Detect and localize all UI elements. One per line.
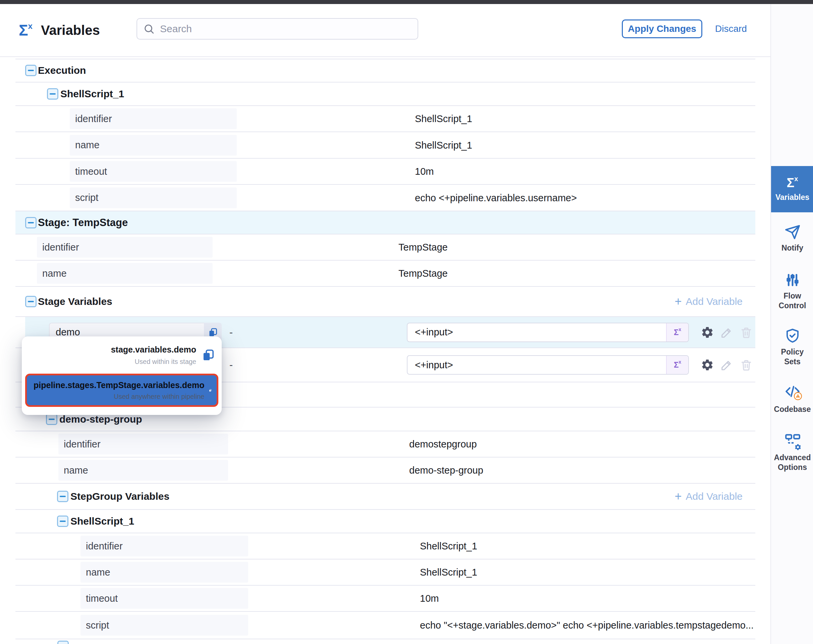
delete-button[interactable]: [739, 325, 753, 339]
field-label: identifier: [80, 536, 248, 557]
search-box[interactable]: [137, 18, 418, 40]
copy-icon[interactable]: [202, 348, 215, 362]
field-label-text: script: [86, 620, 109, 631]
field-label-text: identifier: [86, 541, 123, 552]
edit-button[interactable]: [720, 358, 734, 372]
variable-value-input[interactable]: <+input> Σx: [407, 323, 689, 342]
add-variable-button[interactable]: + Add Variable: [675, 491, 742, 503]
tree-row-shellscript-top: ShellScript_1: [15, 83, 755, 106]
page-title: Variables: [41, 23, 100, 38]
field-row: name ShellScript_1: [15, 132, 755, 159]
section-title: Stage Variables: [38, 296, 112, 307]
pencil-icon: [721, 326, 733, 339]
code-icon: [784, 383, 801, 401]
add-variable-label: Add Variable: [686, 491, 742, 502]
edit-button[interactable]: [720, 325, 734, 339]
sidebar-item-label: Advanced Options: [772, 453, 813, 472]
collapse-icon[interactable]: [46, 414, 57, 425]
search-icon: [143, 23, 155, 35]
sidebar-item-notify[interactable]: Notify: [771, 224, 813, 253]
delete-button[interactable]: [739, 358, 753, 372]
sidebar-item-policy-sets[interactable]: Policy Sets: [771, 328, 813, 366]
settings-button[interactable]: [700, 325, 715, 339]
field-label-text: identifier: [75, 113, 112, 124]
flowchart-gear-icon: [784, 433, 801, 449]
pencil-icon: [721, 359, 733, 371]
tree-row-shellscript-bottom: ShellScript_1: [15, 510, 755, 533]
copy-icon[interactable]: [209, 384, 212, 397]
right-sidebar: Σx Variables Notify Flow Control Policy …: [770, 4, 813, 644]
sidebar-item-codebase[interactable]: Codebase: [771, 383, 813, 414]
search-input[interactable]: [159, 23, 411, 35]
field-row: timeout 10m: [15, 159, 755, 185]
expression-path: stage.variables.demo: [111, 345, 196, 354]
shield-check-icon: [784, 328, 801, 344]
stage-header-label: Stage: TempStage: [38, 217, 128, 229]
settings-button[interactable]: [700, 358, 715, 372]
add-variable-button[interactable]: + Add Variable: [675, 296, 742, 308]
field-label: identifier: [70, 108, 237, 129]
variables-sigma-logo-icon: Σx: [19, 23, 32, 38]
expression-toggle-button[interactable]: Σx: [666, 324, 688, 342]
expression-toggle-button[interactable]: Σx: [666, 356, 688, 374]
tree-row-stage: Stage: TempStage: [15, 211, 755, 235]
field-label: timeout: [70, 161, 237, 182]
sidebar-item-variables[interactable]: Σx Variables: [771, 166, 813, 212]
copy-icon: [208, 327, 218, 337]
field-label-text: script: [75, 192, 98, 203]
collapse-icon[interactable]: [57, 515, 68, 527]
discard-button[interactable]: Discard: [715, 20, 747, 38]
field-row: identifier TempStage: [15, 235, 755, 261]
plus-icon: +: [675, 296, 681, 308]
expression-scope: Used anywhere within pipeline: [34, 393, 204, 400]
field-value: TempStage: [399, 268, 448, 279]
collapse-icon[interactable]: [57, 491, 68, 502]
variable-value-input[interactable]: <+input> Σx: [407, 355, 689, 375]
popup-option-pipeline-scope-selected[interactable]: pipeline.stages.TempStage.variables.demo…: [25, 374, 218, 407]
field-label: script: [80, 615, 248, 636]
sidebar-item-label: Codebase: [772, 405, 813, 414]
tree-label: ShellScript_1: [60, 88, 124, 100]
collapse-icon[interactable]: [25, 65, 37, 76]
collapse-icon[interactable]: [57, 641, 69, 644]
field-row: identifier ShellScript_1: [15, 106, 755, 132]
section-row-stage-variables: Stage Variables + Add Variable: [15, 287, 755, 317]
field-label-text: identifier: [64, 439, 101, 450]
collapse-icon[interactable]: [25, 296, 37, 307]
field-value: TempStage: [399, 242, 448, 253]
field-label: script: [70, 187, 237, 208]
field-label-text: name: [75, 140, 100, 150]
collapse-icon[interactable]: [47, 88, 58, 100]
section-row-stepgroup-variables: StepGroup Variables + Add Variable: [15, 484, 755, 510]
sidebar-item-advanced-options[interactable]: Advanced Options: [771, 433, 813, 472]
field-row: script echo <+pipeline.variables.usernam…: [15, 185, 755, 211]
popup-option-stage-scope[interactable]: stage.variables.demo Used within its sta…: [22, 336, 222, 374]
field-label: timeout: [80, 588, 248, 609]
sidebar-item-label: Notify: [772, 243, 813, 253]
sidebar-item-flow-control[interactable]: Flow Control: [771, 272, 813, 311]
expression-path: pipeline.stages.TempStage.variables.demo: [34, 380, 204, 390]
field-value: demostepgroup: [409, 439, 477, 450]
field-label: identifier: [37, 237, 213, 258]
variable-expression-popup: stage.variables.demo Used within its sta…: [22, 336, 222, 415]
field-value: ShellScript_1: [415, 140, 472, 150]
tree-label: ShellScript_1: [71, 515, 134, 527]
apply-changes-button[interactable]: Apply Changes: [622, 20, 702, 38]
field-label: name: [37, 263, 213, 284]
add-variable-label: Add Variable: [686, 296, 742, 307]
paper-plane-icon: [784, 224, 801, 240]
row-actions: [700, 325, 753, 339]
field-label: name: [80, 562, 248, 583]
tree-row-execution: Execution: [15, 59, 755, 83]
variable-value-text: <+input>: [408, 327, 666, 338]
collapse-icon[interactable]: [25, 217, 37, 228]
trash-icon: [740, 359, 753, 371]
field-value: ShellScript_1: [420, 567, 477, 578]
section-title: StepGroup Variables: [71, 491, 169, 502]
gear-icon: [701, 358, 714, 372]
field-value: echo <+pipeline.variables.username>: [415, 192, 577, 203]
expression-scope: Used within its stage: [111, 358, 196, 366]
variable-value-text: <+input>: [408, 360, 666, 371]
field-value: 10m: [415, 166, 434, 177]
field-label-text: name: [86, 567, 110, 578]
